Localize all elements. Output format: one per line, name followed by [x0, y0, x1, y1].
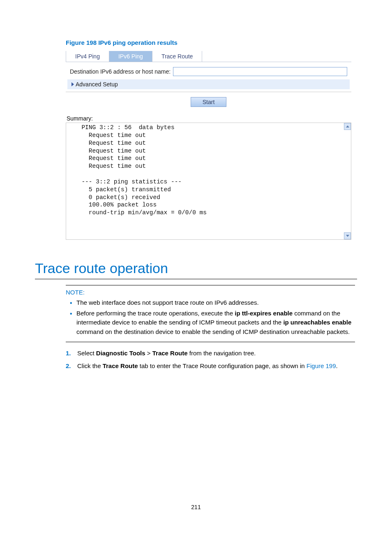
- summary-output: PING 3::2 : 56 data bytes Request time o…: [66, 123, 351, 240]
- arrow-up-icon: [346, 125, 349, 127]
- summary-text: PING 3::2 : 56 data bytes Request time o…: [74, 124, 207, 216]
- advanced-setup-label: Advanced Setup: [76, 81, 118, 88]
- step-1: 1. Select Diagnostic Tools > Trace Route…: [66, 349, 357, 358]
- tab-trace-route[interactable]: Trace Route: [152, 51, 203, 62]
- section-heading: Trace route operation: [35, 260, 357, 276]
- steps-list: 1. Select Diagnostic Tools > Trace Route…: [66, 349, 357, 371]
- tab-ipv6-ping[interactable]: IPv6 Ping: [109, 51, 152, 62]
- dest-label: Destination IPv6 address or host name:: [70, 68, 171, 75]
- form-area: Destination IPv6 address or host name: A…: [66, 62, 351, 92]
- step-2: 2. Click the Trace Route tab to enter th…: [66, 362, 357, 371]
- note-item-2: Before performing the trace route operat…: [69, 309, 355, 337]
- tab-row: IPv4 Ping IPv6 Ping Trace Route: [66, 51, 351, 62]
- tab-ipv4-ping[interactable]: IPv4 Ping: [66, 51, 109, 62]
- summary-label: Summary:: [67, 115, 355, 122]
- section-rule: [35, 279, 357, 279]
- page-number: 211: [0, 504, 392, 510]
- dest-input[interactable]: [173, 67, 347, 76]
- note-item-1: The web interface does not support trace…: [69, 298, 355, 308]
- figure-caption: Figure 198 IPv6 ping operation results: [66, 39, 357, 46]
- step-2-number: 2.: [66, 362, 77, 371]
- arrow-down-icon: [346, 235, 349, 237]
- advanced-setup-toggle[interactable]: Advanced Setup: [67, 79, 350, 89]
- chevron-right-icon: [71, 82, 74, 86]
- start-button[interactable]: Start: [191, 97, 227, 107]
- step-1-number: 1.: [66, 349, 77, 358]
- scroll-up-button[interactable]: [344, 123, 351, 130]
- scroll-down-button[interactable]: [344, 232, 351, 239]
- ping-screenshot: IPv4 Ping IPv6 Ping Trace Route Destinat…: [66, 51, 355, 240]
- figure-199-link[interactable]: Figure 199: [307, 362, 336, 369]
- note-label: NOTE:: [66, 289, 355, 296]
- note-block: NOTE: The web interface does not support…: [66, 285, 355, 342]
